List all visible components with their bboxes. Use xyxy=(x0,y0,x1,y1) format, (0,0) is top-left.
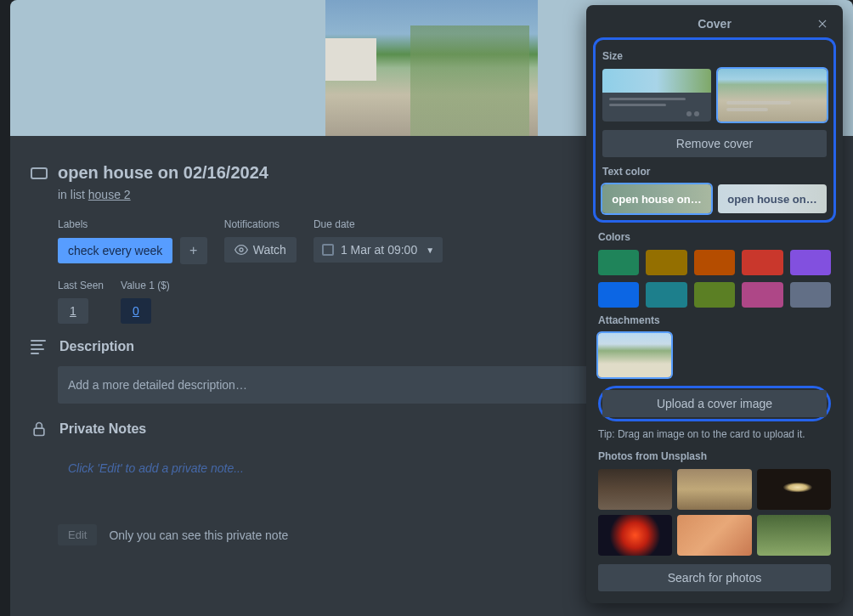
upload-highlight: Upload a cover image xyxy=(598,386,831,421)
watch-button[interactable]: Watch xyxy=(224,237,297,263)
value1-header: Value 1 ($) xyxy=(121,280,170,291)
color-swatch[interactable] xyxy=(742,282,782,308)
unsplash-photo[interactable] xyxy=(677,515,751,556)
size-label: Size xyxy=(602,50,827,62)
color-swatch[interactable] xyxy=(646,282,686,308)
svg-rect-1 xyxy=(34,428,44,435)
color-swatch[interactable] xyxy=(694,250,735,275)
highlighted-section: Size Remove cover Text color open house … xyxy=(593,37,836,223)
unsplash-grid xyxy=(598,469,831,556)
remove-cover-button[interactable]: Remove cover xyxy=(602,130,827,157)
size-half-option[interactable] xyxy=(602,69,711,122)
svg-point-0 xyxy=(240,248,243,251)
attachments-label: Attachments xyxy=(598,314,831,326)
unsplash-photo[interactable] xyxy=(757,469,831,510)
list-link[interactable]: house 2 xyxy=(88,188,131,201)
eye-icon xyxy=(234,243,248,257)
value1-value[interactable]: 0 xyxy=(121,298,151,324)
due-checkbox[interactable] xyxy=(322,244,334,256)
color-swatch[interactable] xyxy=(646,250,686,275)
unsplash-photo[interactable] xyxy=(757,515,831,556)
due-date-button[interactable]: 1 Mar at 09:00 ▼ xyxy=(314,237,443,263)
lastseen-header: Last Seen xyxy=(58,280,104,291)
private-note-input[interactable]: Click 'Edit' to add a private note... xyxy=(58,449,675,517)
card-icon xyxy=(31,167,48,179)
notifications-header: Notifications xyxy=(224,218,297,230)
labels-header: Labels xyxy=(58,218,207,230)
cover-popover: Cover Size Remove cover Text color open … xyxy=(586,5,843,603)
color-grid xyxy=(598,250,831,308)
private-footer-text: Only you can see this private note xyxy=(109,528,288,542)
description-icon xyxy=(31,340,48,354)
textcolor-label: Text color xyxy=(602,166,827,178)
upload-cover-button[interactable]: Upload a cover image xyxy=(602,390,827,417)
description-input[interactable]: Add a more detailed description… xyxy=(58,366,675,404)
size-full-option[interactable] xyxy=(718,69,827,122)
list-info: in list house 2 xyxy=(58,188,675,201)
label-chip[interactable]: check every week xyxy=(58,238,172,263)
search-photos-button[interactable]: Search for photos xyxy=(598,564,831,591)
cover-scenic-image xyxy=(325,0,538,136)
card-title[interactable]: open house on 02/16/2024 xyxy=(58,163,268,183)
upload-tip: Tip: Drag an image on to the card to upl… xyxy=(598,428,831,440)
color-swatch[interactable] xyxy=(790,250,831,275)
colors-label: Colors xyxy=(598,231,831,243)
add-label-button[interactable]: + xyxy=(180,237,207,264)
close-icon xyxy=(816,18,828,30)
duedate-header: Due date xyxy=(314,218,443,230)
unsplash-photo[interactable] xyxy=(598,515,672,556)
color-swatch[interactable] xyxy=(694,282,735,308)
description-title: Description xyxy=(59,339,134,354)
popover-title: Cover xyxy=(698,17,732,31)
unsplash-label: Photos from Unsplash xyxy=(598,450,831,462)
lastseen-value[interactable]: 1 xyxy=(58,298,88,324)
chevron-down-icon: ▼ xyxy=(426,246,434,255)
unsplash-photo[interactable] xyxy=(677,469,751,510)
attachment-thumbnail[interactable] xyxy=(598,333,671,377)
close-button[interactable] xyxy=(814,15,831,32)
textcolor-light-option[interactable]: open house on… xyxy=(602,184,711,213)
lock-icon xyxy=(31,421,48,438)
color-swatch[interactable] xyxy=(790,282,831,308)
unsplash-photo[interactable] xyxy=(598,469,672,510)
private-edit-button[interactable]: Edit xyxy=(58,524,97,545)
color-swatch[interactable] xyxy=(598,250,639,275)
private-notes-title: Private Notes xyxy=(59,421,146,437)
color-swatch[interactable] xyxy=(598,282,639,308)
textcolor-dark-option[interactable]: open house on… xyxy=(718,184,827,213)
color-swatch[interactable] xyxy=(742,250,782,275)
